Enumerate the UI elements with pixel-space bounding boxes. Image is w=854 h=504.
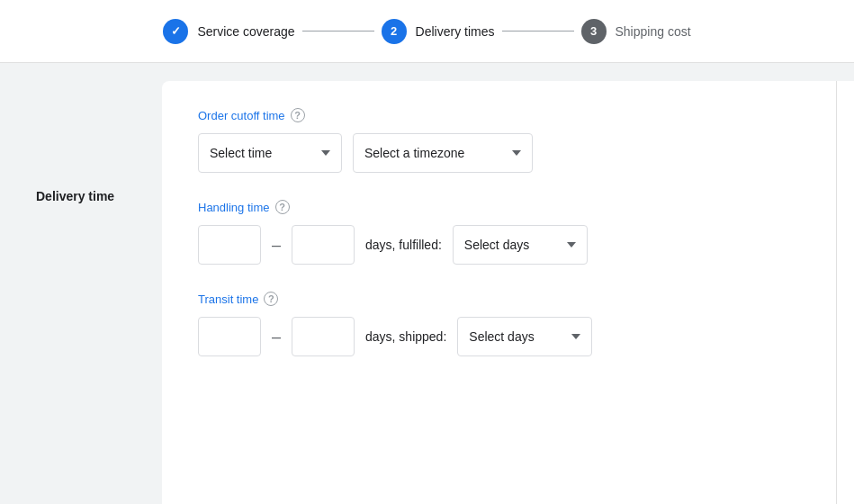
select-time-dropdown[interactable]: Select time (198, 133, 342, 173)
transit-time-row: – days, shipped: Select days (198, 317, 800, 356)
transit-time-label-row: Transit time ? (198, 292, 800, 306)
step-label-delivery-times: Delivery times (416, 24, 495, 39)
step-circle-delivery-times: 2 (382, 19, 407, 44)
stepper-bar: ✓ Service coverage 2 Delivery times 3 Sh… (0, 0, 854, 63)
handling-time-label: Handling time (198, 201, 270, 214)
delivery-time-label: Delivery time (36, 189, 114, 203)
handling-select-days-label: Select days (464, 238, 529, 252)
left-sidebar: Delivery time (0, 81, 162, 504)
form-panel: Order cutoff time ? Select time Select a… (162, 81, 836, 504)
handling-dash: – (272, 236, 281, 255)
transit-dash: – (272, 328, 281, 346)
order-cutoff-row: Select time Select a timezone (198, 133, 800, 173)
order-cutoff-section: Order cutoff time ? Select time Select a… (198, 108, 800, 173)
step-circle-service-coverage: ✓ (163, 19, 188, 44)
check-icon: ✓ (171, 24, 181, 38)
transit-days-text: days, shipped: (365, 329, 446, 344)
step-connector-1 (302, 31, 374, 32)
select-timezone-arrow-icon (512, 150, 521, 156)
transit-max-input[interactable] (292, 317, 355, 356)
order-cutoff-label: Order cutoff time (198, 109, 285, 122)
handling-time-section: Handling time ? – days, fulfilled: Selec… (198, 200, 800, 265)
handling-min-input[interactable] (198, 225, 261, 265)
right-panel (836, 81, 854, 504)
select-time-label: Select time (210, 146, 272, 160)
transit-time-section: Transit time ? – days, shipped: Select d… (198, 292, 800, 356)
transit-time-label: Transit time (198, 292, 258, 306)
order-cutoff-help-icon[interactable]: ? (291, 108, 305, 122)
step-number-shipping-cost: 3 (590, 24, 597, 38)
handling-select-days-arrow-icon (567, 242, 576, 248)
transit-select-days-arrow-icon (571, 334, 580, 339)
select-timezone-dropdown[interactable]: Select a timezone (353, 133, 533, 173)
select-time-arrow-icon (321, 150, 330, 156)
step-circle-shipping-cost: 3 (581, 19, 607, 44)
step-label-shipping-cost: Shipping cost (616, 24, 691, 39)
handling-select-days-dropdown[interactable]: Select days (453, 225, 588, 265)
transit-select-days-dropdown[interactable]: Select days (457, 317, 592, 356)
handling-days-text: days, fulfilled: (365, 238, 442, 252)
transit-time-help-icon[interactable]: ? (264, 292, 278, 306)
order-cutoff-label-row: Order cutoff time ? (198, 108, 800, 122)
select-timezone-label: Select a timezone (364, 146, 464, 160)
step-label-service-coverage: Service coverage (197, 24, 294, 39)
transit-select-days-label: Select days (469, 329, 534, 344)
step-number-delivery-times: 2 (391, 24, 397, 38)
main-content: Delivery time Order cutoff time ? Select… (0, 63, 854, 504)
handling-time-label-row: Handling time ? (198, 200, 800, 214)
step-delivery-times[interactable]: 2 Delivery times (382, 19, 495, 44)
handling-time-help-icon[interactable]: ? (275, 200, 290, 214)
handling-time-row: – days, fulfilled: Select days (198, 225, 800, 265)
handling-max-input[interactable] (292, 225, 355, 265)
transit-min-input[interactable] (198, 317, 261, 356)
step-connector-2 (502, 31, 574, 32)
step-service-coverage[interactable]: ✓ Service coverage (163, 19, 294, 44)
step-shipping-cost[interactable]: 3 Shipping cost (581, 19, 691, 44)
